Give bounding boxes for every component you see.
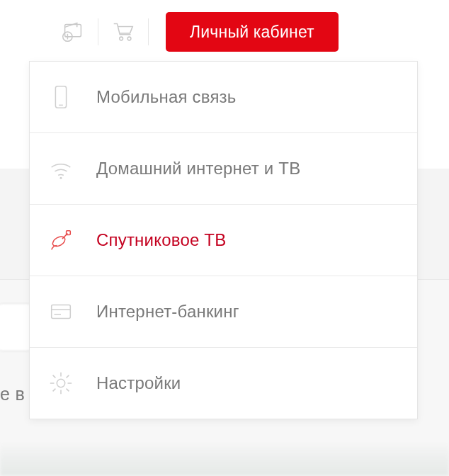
svg-point-13 (57, 379, 64, 387)
menu-item-label: Интернет-банкинг (96, 302, 239, 322)
cart-icon[interactable] (98, 16, 148, 47)
svg-point-6 (59, 177, 62, 179)
background-cut-text: е в (0, 384, 25, 404)
menu-item-label: Мобильная связь (96, 87, 237, 107)
menu-item-label: Настройки (96, 373, 181, 393)
toolbar: Личный кабинет (0, 10, 449, 54)
menu-item-mobile[interactable]: Мобильная связь (30, 62, 417, 132)
account-menu: Мобильная связь Домашний интернет и ТВ С… (29, 61, 418, 419)
svg-line-19 (67, 389, 69, 392)
svg-rect-4 (55, 86, 66, 108)
mobile-icon (47, 83, 75, 111)
wifi-icon (47, 154, 75, 183)
account-button-label: Личный кабинет (190, 23, 314, 41)
svg-point-3 (127, 37, 131, 40)
menu-item-label: Домашний интернет и ТВ (96, 159, 300, 178)
menu-item-label: Спутниковое ТВ (96, 230, 226, 250)
svg-rect-10 (52, 305, 71, 319)
card-icon (47, 298, 75, 326)
menu-item-home-internet-tv[interactable]: Домашний интернет и ТВ (30, 132, 417, 204)
wallet-add-icon[interactable] (48, 16, 98, 47)
svg-line-18 (53, 375, 56, 378)
svg-point-2 (120, 37, 123, 40)
account-button[interactable]: Личный кабинет (166, 12, 339, 52)
background-wave (0, 442, 449, 476)
satellite-icon (47, 226, 75, 254)
svg-line-20 (67, 375, 69, 378)
menu-item-internet-banking[interactable]: Интернет-банкинг (30, 276, 417, 347)
svg-line-21 (53, 389, 56, 392)
gear-icon (47, 369, 75, 397)
menu-item-settings[interactable]: Настройки (30, 347, 417, 419)
menu-item-satellite-tv[interactable]: Спутниковое ТВ (30, 204, 417, 276)
toolbar-divider (148, 18, 149, 45)
